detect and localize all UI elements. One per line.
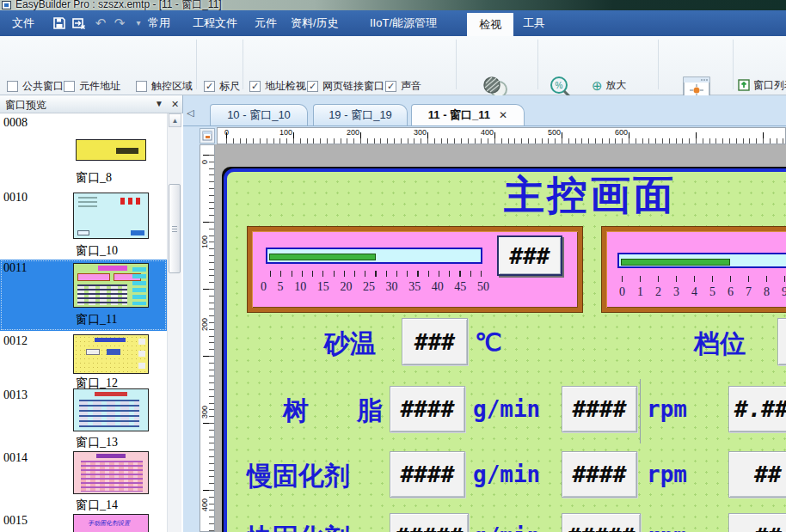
tab-window-11-active[interactable]: 11 - 窗口_11✕ (411, 104, 525, 125)
value-slow-rpm[interactable]: #### (562, 451, 637, 498)
tab-window-10[interactable]: 10 - 窗口_10 (210, 104, 308, 125)
checkbox-icon (136, 81, 147, 92)
unit-resin-gmin[interactable]: g/min (473, 396, 540, 422)
list-item-window-15[interactable]: 0015 手动固化剂设置 (0, 514, 167, 532)
unit-fast-gmin[interactable]: g/min (473, 523, 540, 532)
window-13-thumbnail[interactable] (73, 388, 149, 431)
bar-meter-2-scale: 0123456789 (613, 285, 786, 299)
ribbon-separator (456, 40, 457, 89)
unit-slow-rpm[interactable]: rpm (647, 462, 687, 487)
menu-tab-iiot[interactable]: IIoT/能源管理 (365, 10, 442, 36)
ribbon-separator (537, 40, 538, 89)
list-item-window-8[interactable]: 0008 窗口_8 (0, 116, 167, 188)
checkbox-element-address[interactable]: 元件地址 (64, 79, 120, 93)
unit-slow-gmin[interactable]: g/min (473, 462, 540, 487)
bar-meter-2[interactable] (617, 253, 786, 268)
menu-tab-changyong[interactable]: 常用 (143, 10, 175, 36)
checkbox-ruler[interactable]: ✓标尺 (204, 79, 240, 93)
window-12-thumbnail[interactable] (73, 334, 149, 374)
export-icon[interactable] (71, 15, 87, 31)
numeric-display-1[interactable]: ### (497, 235, 562, 276)
bar-meter-panel-2[interactable]: 0123456789 (602, 227, 786, 312)
horizontal-ruler: 0 100 200 300 400 500 600 (217, 127, 786, 144)
tab-close-icon[interactable]: ✕ (499, 109, 507, 121)
list-item-window-14[interactable]: 0014 窗口_14 (0, 451, 167, 513)
ribbon-separator (243, 40, 243, 89)
sidebar-scrollbar[interactable]: ▲ (167, 113, 181, 532)
window-15-thumbnail[interactable]: 手动固化剂设置 (73, 514, 149, 532)
label-fast-hardener[interactable]: 快固化剂 (247, 521, 350, 532)
svg-text:%: % (556, 81, 563, 90)
checkbox-icon (64, 81, 75, 92)
bar-meter-panel-1[interactable]: 05101520253035404550 ### (248, 227, 582, 312)
list-item-window-11[interactable]: 0011 窗口_11 (0, 261, 167, 330)
value-gear[interactable] (777, 318, 786, 365)
checkbox-address-view[interactable]: ✓地址检视 (249, 79, 306, 93)
checkbox-icon (7, 81, 18, 92)
checkbox-touch-area[interactable]: 触控区域 (136, 79, 193, 93)
list-item-window-10[interactable]: 0010 窗口_10 (0, 191, 167, 258)
window-14-thumbnail[interactable] (73, 451, 149, 494)
menu-tab-ziliao-lishi[interactable]: 资料/历史 (286, 10, 344, 36)
list-item-window-12[interactable]: 0012 窗口_12 (0, 334, 167, 388)
label-resin-1[interactable]: 树 (283, 394, 309, 429)
value-fast-rpm[interactable]: ##### (562, 513, 641, 532)
label-slow-hardener[interactable]: 慢固化剂 (247, 459, 350, 494)
checkbox-icon: ✓ (307, 81, 318, 92)
menu-file[interactable]: 文件 (7, 10, 40, 36)
menu-tab-gongchengwenjian[interactable]: 工程文件 (187, 10, 243, 36)
menu-tab-jianshi-active[interactable]: 检视 (467, 13, 513, 36)
window-preview-panel: 窗口预览 ▼ ✕ 0008 窗口_8 0010 窗口_10 0011 窗口_11 (0, 95, 183, 532)
checkbox-web-link-window[interactable]: ✓网页链接窗口 (307, 79, 384, 93)
editor-area: ◁ 10 - 窗口_10 19 - 窗口_19 11 - 窗口_11✕ 0 10… (183, 95, 786, 532)
bar-meter-2-ticks (622, 276, 786, 282)
list-item-window-13[interactable]: 0013 窗口_13 (0, 388, 167, 450)
scrollbar-thumb[interactable] (169, 184, 181, 273)
checkbox-icon: ✓ (204, 81, 215, 92)
zoom-in-button[interactable]: ⊕放大 (592, 77, 627, 93)
save-icon[interactable] (52, 15, 67, 31)
value-resin-flow[interactable]: #### (390, 386, 465, 432)
ruler-origin-button[interactable] (200, 128, 215, 144)
unit-celsius[interactable]: ℃ (475, 328, 501, 357)
label-sand-temp[interactable]: 砂温 (324, 327, 376, 362)
ruler-origin-icon (202, 131, 212, 141)
bar-meter-1[interactable] (266, 248, 482, 264)
window-11-thumbnail[interactable] (73, 263, 149, 308)
value-slow-flow[interactable]: #### (390, 451, 465, 498)
label-gear[interactable]: 档位 (694, 327, 746, 362)
unit-resin-rpm[interactable]: rpm (647, 396, 687, 422)
value-resin-rpm[interactable]: #### (562, 386, 637, 432)
value-fast-ratio[interactable]: ## (728, 513, 786, 532)
label-resin-2[interactable]: 脂 (357, 394, 383, 429)
window-list-button[interactable]: 窗口列表 (738, 77, 786, 93)
tab-scroll-left-icon[interactable]: ◁ (187, 107, 193, 119)
panel-dropdown-icon[interactable]: ▼ (155, 99, 163, 108)
design-canvas[interactable]: 主控画面 05101520253035404550 ### (215, 144, 786, 532)
panel-header: 窗口预览 ▼ ✕ (0, 95, 182, 113)
undo-icon[interactable]: ↶ (93, 15, 108, 31)
vertical-ruler: 0 100 200 300 400 (200, 144, 215, 532)
checkbox-sound[interactable]: ✓声音 (385, 79, 421, 93)
scroll-up-icon[interactable]: ▲ (169, 113, 181, 127)
value-fast-flow[interactable]: ##### (390, 513, 469, 532)
hmi-screen-background[interactable]: 主控画面 05101520253035404550 ### (224, 168, 786, 532)
checkbox-common-window[interactable]: 公共窗口 (7, 79, 64, 93)
window-10-thumbnail[interactable] (73, 193, 149, 239)
value-resin-ratio[interactable]: #.### (728, 386, 786, 432)
window-8-thumbnail[interactable] (76, 139, 146, 161)
tabbar-divider (183, 125, 786, 126)
hmi-screen[interactable]: 主控画面 05101520253035404550 ### (222, 167, 786, 532)
menu-tab-yuanjian[interactable]: 元件 (249, 10, 282, 36)
bar-meter-1-scale: 05101520253035404550 (261, 280, 489, 294)
title-bar: EasyBuilder Pro : szszx.emtp - [11 - 窗口_… (0, 0, 786, 10)
panel-close-icon[interactable]: ✕ (171, 99, 179, 110)
tab-window-19[interactable]: 19 - 窗口_19 (313, 104, 408, 125)
bar-meter-1-fill (269, 254, 376, 260)
menu-tab-gongju[interactable]: 工具 (518, 10, 550, 36)
value-slow-ratio[interactable]: ## (728, 451, 786, 498)
value-sand-temp[interactable]: ### (402, 318, 468, 365)
hmi-title-text[interactable]: 主控画面 (504, 168, 676, 223)
unit-fast-rpm[interactable]: rpm (647, 523, 687, 532)
redo-icon[interactable]: ↷ (112, 15, 127, 31)
